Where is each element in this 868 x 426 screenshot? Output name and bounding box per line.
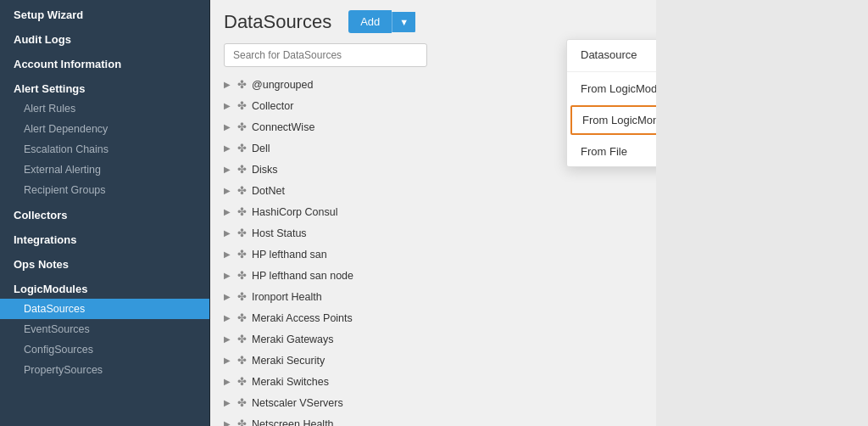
datasource-icon: ✤ — [237, 121, 247, 133]
ds-item-label: HP lefthand san — [252, 249, 327, 261]
sidebar-item-setup-wizard[interactable]: Setup Wizard — [0, 0, 209, 25]
datasource-icon: ✤ — [237, 290, 247, 303]
sidebar-item-propertysources[interactable]: PropertySources — [0, 360, 209, 380]
sidebar-item-alert-dependency[interactable]: Alert Dependency — [0, 119, 209, 139]
ds-list-item[interactable]: ▶ ✤ DotNet — [210, 180, 656, 201]
ds-list-item[interactable]: ▶ ✤ HP lefthand san node — [210, 265, 656, 286]
datasource-icon: ✤ — [237, 354, 247, 367]
expand-arrow-icon: ▶ — [224, 398, 232, 407]
add-button[interactable]: Add — [348, 10, 392, 33]
ds-item-label: Meraki Security — [252, 355, 325, 367]
ds-list-item[interactable]: ▶ ✤ HP lefthand san — [210, 244, 656, 265]
sidebar-item-account-information[interactable]: Account Information — [0, 49, 209, 74]
sidebar-item-ops-notes[interactable]: Ops Notes — [0, 249, 209, 274]
right-panel — [656, 0, 868, 426]
datasource-icon: ✤ — [237, 205, 247, 218]
expand-arrow-icon: ▶ — [224, 143, 232, 153]
sidebar-section-logic-modules[interactable]: LogicModules — [0, 274, 209, 299]
datasource-icon: ✤ — [237, 184, 247, 197]
ds-item-label: Host Status — [252, 227, 307, 239]
dropdown-item-from-file[interactable]: From File — [567, 137, 656, 166]
ds-list-item[interactable]: ▶ ✤ HashiCorp Consul — [210, 201, 656, 222]
datasource-icon: ✤ — [237, 142, 247, 154]
ds-item-label: Disks — [252, 164, 278, 176]
ds-list-item[interactable]: ▶ ✤ Host Status — [210, 222, 656, 244]
main-panel: DataSources Add ▼ ▶ ✤ @ungrouped ▶ ✤ Col… — [210, 0, 656, 426]
sidebar-item-recipient-groups[interactable]: Recipient Groups — [0, 180, 209, 200]
datasource-icon: ✤ — [237, 375, 247, 388]
datasource-icon: ✤ — [237, 418, 247, 426]
ds-list-item[interactable]: ▶ ✤ Meraki Gateways — [210, 328, 656, 350]
add-button-group: Add ▼ — [348, 10, 415, 33]
datasource-icon: ✤ — [237, 333, 247, 345]
sidebar-item-external-alerting[interactable]: External Alerting — [0, 160, 209, 180]
datasource-icon: ✤ — [237, 269, 247, 282]
sidebar: Setup Wizard Audit Logs Account Informat… — [0, 0, 210, 426]
expand-arrow-icon: ▶ — [224, 292, 232, 301]
sidebar-item-audit-logs[interactable]: Audit Logs — [0, 25, 209, 49]
datasource-icon: ✤ — [237, 78, 247, 91]
expand-arrow-icon: ▶ — [224, 419, 232, 426]
ds-list-item[interactable]: ▶ ✤ Ironport Health — [210, 286, 656, 307]
ds-item-label: Dell — [252, 143, 270, 154]
sidebar-section-alert-settings[interactable]: Alert Settings — [0, 74, 209, 98]
datasource-icon: ✤ — [237, 248, 247, 261]
dropdown-item-logicmonitor-repository[interactable]: From LogicMonitor Repository — [570, 105, 656, 135]
expand-arrow-icon: ▶ — [224, 271, 232, 280]
add-dropdown-menu: Datasource From LogicModule Exchange Fro… — [566, 39, 656, 167]
expand-arrow-icon: ▶ — [224, 165, 232, 174]
sidebar-item-datasources[interactable]: DataSources — [0, 299, 209, 319]
expand-arrow-icon: ▶ — [224, 80, 232, 89]
expand-arrow-icon: ▶ — [224, 249, 232, 259]
search-input[interactable] — [224, 43, 427, 67]
ds-item-label: Meraki Switches — [252, 376, 329, 388]
ds-item-label: DotNet — [252, 185, 285, 197]
ds-list-item[interactable]: ▶ ✤ Netscaler VServers — [210, 392, 656, 413]
ds-item-label: Meraki Access Points — [252, 312, 353, 324]
ds-list-item[interactable]: ▶ ✤ Meraki Access Points — [210, 307, 656, 328]
expand-arrow-icon: ▶ — [224, 228, 232, 238]
ds-list-item[interactable]: ▶ ✤ Meraki Switches — [210, 371, 656, 392]
expand-arrow-icon: ▶ — [224, 313, 232, 322]
datasource-icon: ✤ — [237, 396, 247, 409]
main-header: DataSources Add ▼ — [210, 0, 656, 43]
expand-arrow-icon: ▶ — [224, 377, 232, 386]
expand-arrow-icon: ▶ — [224, 334, 232, 344]
datasource-icon: ✤ — [237, 227, 247, 239]
ds-list-item[interactable]: ▶ ✤ Meraki Security — [210, 350, 656, 371]
sidebar-item-escalation-chains[interactable]: Escalation Chains — [0, 139, 209, 160]
sidebar-item-integrations[interactable]: Integrations — [0, 225, 209, 249]
ds-item-label: HP lefthand san node — [252, 270, 353, 282]
page-title: DataSources — [224, 11, 331, 33]
expand-arrow-icon: ▶ — [224, 207, 232, 216]
datasource-icon: ✤ — [237, 163, 247, 176]
ds-item-label: Meraki Gateways — [252, 334, 334, 345]
sidebar-item-configsources[interactable]: ConfigSources — [0, 339, 209, 360]
ds-item-label: Netscreen Health — [252, 418, 334, 427]
ds-item-label: HashiCorp Consul — [252, 206, 337, 218]
sidebar-item-collectors[interactable]: Collectors — [0, 200, 209, 225]
ds-item-label: Ironport Health — [252, 291, 322, 303]
add-dropdown-button[interactable]: ▼ — [392, 12, 415, 32]
ds-item-label: ConnectWise — [252, 121, 314, 133]
dropdown-item-datasource[interactable]: Datasource — [567, 40, 656, 70]
expand-arrow-icon: ▶ — [224, 356, 232, 365]
datasource-icon: ✤ — [237, 99, 247, 112]
sidebar-item-alert-rules[interactable]: Alert Rules — [0, 98, 209, 119]
sidebar-item-eventsources[interactable]: EventSources — [0, 319, 209, 339]
dropdown-item-logicmodule-exchange[interactable]: From LogicModule Exchange — [567, 74, 656, 104]
expand-arrow-icon: ▶ — [224, 101, 232, 110]
dropdown-divider — [567, 71, 656, 72]
ds-item-label: Netscaler VServers — [252, 397, 343, 409]
ds-item-label: @ungrouped — [252, 79, 313, 91]
ds-list-item[interactable]: ▶ ✤ Netscreen Health — [210, 413, 656, 426]
expand-arrow-icon: ▶ — [224, 122, 232, 132]
datasource-icon: ✤ — [237, 311, 247, 324]
expand-arrow-icon: ▶ — [224, 186, 232, 195]
ds-item-label: Collector — [252, 100, 293, 112]
